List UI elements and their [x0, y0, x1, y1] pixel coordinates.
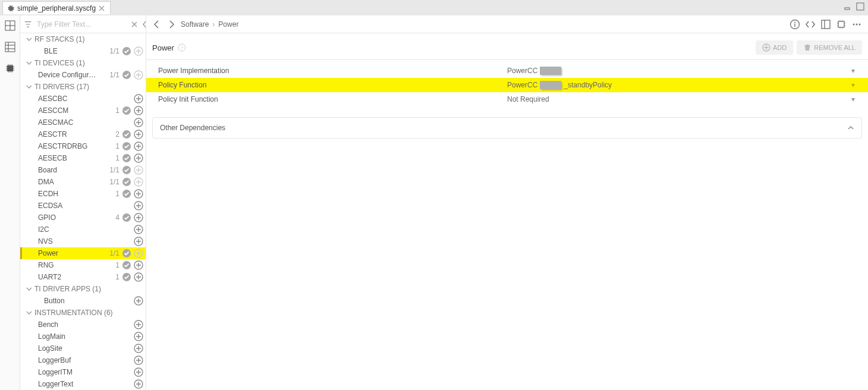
add-instance-icon[interactable]: [134, 46, 143, 56]
add-instance-icon[interactable]: [134, 201, 143, 210]
tree-item[interactable]: Board1/1: [20, 164, 146, 176]
add-button[interactable]: ADD: [756, 40, 793, 55]
add-instance-icon[interactable]: [134, 165, 143, 175]
layout-icon[interactable]: [820, 19, 831, 30]
tree-item[interactable]: Power1/1: [20, 247, 146, 259]
tree[interactable]: RF STACKS (1)BLE1/1TI DEVICES (1)Device …: [20, 33, 146, 390]
add-instance-icon[interactable]: [134, 237, 143, 246]
add-instance-icon[interactable]: [134, 177, 143, 187]
more-icon[interactable]: [851, 19, 862, 30]
tree-item[interactable]: AESCTRDRBG1: [20, 140, 146, 152]
tree-item[interactable]: Bench: [20, 319, 146, 331]
tree-item[interactable]: AESCBC: [20, 93, 146, 105]
property-row[interactable]: Policy FunctionPowerCC_standbyPolicy▾: [146, 78, 868, 92]
tree-item[interactable]: ECDH1: [20, 188, 146, 200]
tree-item[interactable]: DMA1/1: [20, 176, 146, 188]
add-instance-icon[interactable]: [134, 356, 143, 365]
tree-item[interactable]: LoggerText: [20, 378, 146, 390]
tree-item[interactable]: AESECB1: [20, 152, 146, 164]
tree-item-label: DMA: [38, 178, 106, 186]
dependencies-section[interactable]: Other Dependencies: [152, 117, 862, 139]
tree-item[interactable]: ECDSA: [20, 200, 146, 212]
tree-item-count: 4: [115, 213, 119, 222]
nav-back-icon[interactable]: [152, 20, 162, 29]
tree-group-header[interactable]: TI DRIVERS (17): [20, 81, 146, 93]
dropdown-caret-icon: ▾: [851, 81, 855, 89]
tree-item[interactable]: BLE1/1: [20, 45, 146, 57]
dependencies-title: Other Dependencies: [160, 124, 225, 132]
add-instance-icon[interactable]: [134, 367, 143, 377]
tree-item-count: 1: [115, 106, 119, 115]
add-instance-icon[interactable]: [134, 213, 143, 222]
svg-rect-1: [857, 3, 864, 10]
tree-group-header[interactable]: RF STACKS (1): [20, 33, 146, 45]
add-instance-icon[interactable]: [134, 94, 143, 103]
tree-group-header[interactable]: INSTRUMENTATION (6): [20, 307, 146, 319]
add-instance-icon[interactable]: [134, 249, 143, 258]
tree-item[interactable]: UART21: [20, 271, 146, 283]
chip-settings-icon[interactable]: [836, 19, 847, 30]
add-instance-icon[interactable]: [134, 106, 143, 115]
tree-item[interactable]: AESCTR2: [20, 128, 146, 140]
filter-icon[interactable]: [24, 20, 32, 29]
property-row[interactable]: Power ImplementationPowerCC▾: [146, 64, 868, 78]
svg-point-54: [853, 23, 855, 25]
add-instance-icon[interactable]: [134, 189, 143, 199]
tree-item-count: 1: [115, 261, 119, 269]
rail-sections-icon[interactable]: [5, 20, 15, 31]
dropdown-caret-icon: ▾: [851, 95, 855, 103]
info-icon[interactable]: [790, 19, 800, 30]
tree-item[interactable]: RNG1: [20, 259, 146, 271]
maximize-icon[interactable]: [856, 2, 864, 11]
tree-item[interactable]: AESCMAC: [20, 117, 146, 128]
collapse-panel-icon[interactable]: [141, 20, 146, 29]
tree-item[interactable]: GPIO4: [20, 212, 146, 224]
close-icon[interactable]: [98, 5, 105, 12]
property-row[interactable]: Policy Init FunctionNot Required▾: [146, 92, 868, 106]
nav-forward-icon[interactable]: [166, 20, 176, 29]
remove-all-button[interactable]: REMOVE ALL: [797, 40, 862, 55]
tree-item[interactable]: I2C: [20, 224, 146, 235]
tree-item-label: Power: [38, 249, 106, 257]
breadcrumb-item[interactable]: Software: [181, 20, 209, 29]
side-panel: RF STACKS (1)BLE1/1TI DEVICES (1)Device …: [20, 15, 146, 390]
svg-rect-53: [838, 21, 844, 27]
add-instance-icon[interactable]: [134, 379, 143, 389]
tree-item[interactable]: Button: [20, 295, 146, 307]
tree-item[interactable]: LogSite: [20, 342, 146, 354]
tree-item[interactable]: AESCCM1: [20, 105, 146, 117]
minimize-icon[interactable]: [844, 2, 853, 11]
add-instance-icon[interactable]: [134, 344, 143, 353]
add-instance-icon[interactable]: [134, 118, 143, 127]
tree-item[interactable]: LoggerITM: [20, 366, 146, 378]
breadcrumb-item[interactable]: Power: [218, 20, 238, 29]
property-value[interactable]: Not Required▾: [507, 95, 861, 103]
add-instance-icon[interactable]: [134, 272, 143, 282]
add-instance-icon[interactable]: [134, 70, 143, 80]
code-icon[interactable]: [805, 19, 816, 30]
icon-rail: [0, 15, 20, 390]
add-instance-icon[interactable]: [134, 225, 143, 234]
filter-input[interactable]: [36, 20, 127, 29]
tree-item[interactable]: LogMain: [20, 331, 146, 342]
tree-item[interactable]: NVS: [20, 235, 146, 247]
add-instance-icon[interactable]: [134, 153, 143, 163]
property-label: Power Implementation: [153, 67, 507, 75]
add-instance-icon[interactable]: [134, 141, 143, 151]
tree-item[interactable]: Device Configur…1/1: [20, 69, 146, 81]
rail-table-icon[interactable]: [5, 42, 15, 52]
file-tab[interactable]: simple_peripheral.syscfg: [2, 1, 111, 14]
add-instance-icon[interactable]: [134, 130, 143, 139]
clear-filter-icon[interactable]: [131, 20, 138, 29]
tree-group-header[interactable]: TI DRIVER APPS (1): [20, 283, 146, 295]
add-instance-icon[interactable]: [134, 260, 143, 270]
add-instance-icon[interactable]: [134, 296, 143, 306]
add-instance-icon[interactable]: [134, 332, 143, 341]
tree-group-header[interactable]: TI DEVICES (1): [20, 57, 146, 69]
rail-chip-icon[interactable]: [5, 63, 15, 74]
property-value[interactable]: PowerCC▾: [507, 67, 861, 75]
add-instance-icon[interactable]: [134, 320, 143, 329]
help-icon[interactable]: ?: [178, 43, 186, 52]
property-value[interactable]: PowerCC_standbyPolicy▾: [507, 81, 861, 89]
tree-item[interactable]: LoggerBuf: [20, 354, 146, 366]
